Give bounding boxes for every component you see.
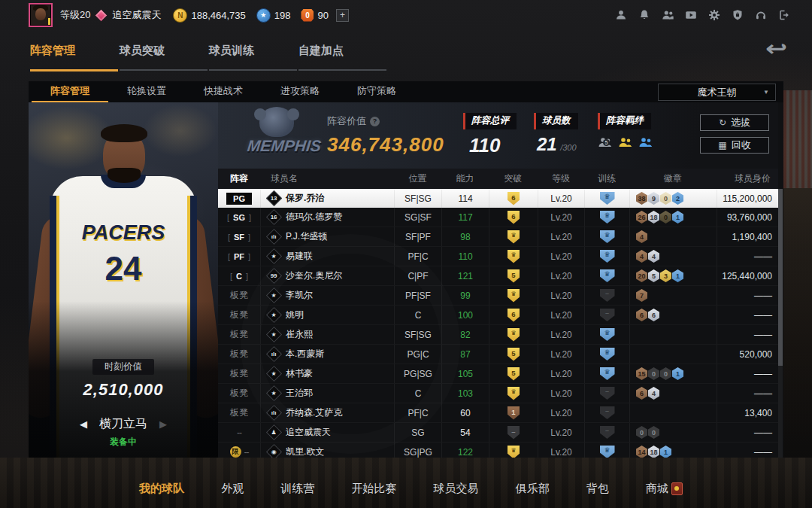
main-tab-breakthrough[interactable]: 球员突破 [120,39,208,71]
slot-label: 板凳 [230,309,248,321]
moment-name: 横刀立马 [99,416,147,432]
breakthrough-cell: 5 [489,345,538,364]
recycle-label: 回收 [732,138,751,152]
nav-start-match[interactable]: 开始比赛 [351,482,396,496]
nav-club[interactable]: 俱乐部 [516,482,550,496]
breakthrough-cell: ♛ [489,286,538,305]
roster-row[interactable]: 板凳ılı本.西蒙斯PG|C875Lv.20♛520,000 [218,345,778,364]
avatar[interactable] [30,5,51,26]
roster-row[interactable]: SG16德玛尔.德罗赞SG|SF1176Lv.20♛26180193,760,0… [218,208,778,227]
roster-row[interactable]: 限--◉凯里.欧文SG|PG122♛Lv.20♛14181—— [218,443,778,458]
level-cell: Lv.20 [538,189,584,208]
main-tab-custom-points[interactable]: 自建加点 [298,39,386,71]
roster-row[interactable]: SFılıP.J.华盛顿SF|PF98♛Lv.20♛41,190,400 [218,227,778,247]
ability-cell: 117 [441,208,489,227]
player-photo-card[interactable]: PACERS 24 时刻价值 2,510,000 ◀ 横刀立马 ▶ 装备中 [29,102,218,458]
nav-shop[interactable]: 商城 [646,482,683,496]
player-cell[interactable]: ★李凯尔 [260,286,394,305]
point-coin-icon: 0 [301,9,314,22]
player-cell[interactable]: 16德玛尔.德罗赞 [260,208,394,227]
roster-row[interactable]: 板凳★王治郅C103♛Lv.20–64—— [218,384,778,403]
roster-row[interactable]: 板凳★林书豪PG|SG1055Lv.20♛15001—— [218,364,778,384]
player-cell[interactable]: ◉凯里.欧文 [260,443,394,458]
bond-icon-yellow[interactable] [618,137,633,148]
training-badge: – [600,387,615,400]
nav-my-team[interactable]: 我的球队 [139,482,184,496]
support-icon[interactable] [754,8,768,22]
level-cell: Lv.20 [538,227,584,246]
badge-hex: 6 [648,309,659,321]
breakthrough-cell: 5 [489,364,538,383]
panel-tab-rotation[interactable]: 轮换设置 [108,81,185,102]
point-coin-amount: 90 [317,10,328,21]
roster-row[interactable]: PF★易建联PF|C110♛Lv.20♛44—— [218,247,778,266]
ability-cell: 114 [441,189,489,208]
scrollbar-thumb[interactable] [778,189,783,366]
player-username: 追空威震天 [112,8,161,22]
roster-row[interactable]: 板凳★李凯尔PF|SF99♛Lv.20–7—— [218,286,778,306]
training-cell: ♛ [584,325,629,344]
position-cell: SF|SG [394,189,441,208]
breakthrough-badge: ♛ [508,230,520,244]
player-cell[interactable]: ★姚明 [260,306,394,324]
breakthrough-cell: 6 [489,189,538,208]
video-icon[interactable] [684,8,698,22]
player-cell[interactable]: 99沙奎尔.奥尼尔 [260,266,394,285]
breakthrough-cell: 1 [489,403,538,422]
level-cell: Lv.20 [538,423,584,442]
main-tab-training[interactable]: 球员训练 [209,39,297,71]
panel-tab-lineup-management[interactable]: 阵容管理 [32,81,108,102]
jersey-number: 24 [50,250,197,287]
roster-row[interactable]: 板凳ılı乔纳森.艾萨克PF|C601Lv.20–13,400 [218,403,778,423]
friends-icon[interactable] [661,8,674,22]
value-cell: —— [717,364,778,383]
nav-bag[interactable]: 背包 [586,482,609,496]
badge-hex: 2 [672,192,683,205]
player-cell[interactable]: ılıP.J.华盛顿 [260,227,394,246]
player-cell[interactable]: ★王治郅 [260,384,394,403]
panel-tab-quick-tactics[interactable]: 快捷战术 [185,81,262,102]
panel-tab-offense-strategy[interactable]: 进攻策略 [262,81,338,102]
nav-training-camp[interactable]: 训练营 [280,482,314,496]
breakthrough-badge: 5 [508,348,520,361]
table-scrollbar[interactable] [778,189,783,458]
roster-row[interactable]: --♟追空威震天SG54–Lv.20–00—— [218,423,778,443]
logout-icon[interactable] [777,8,791,22]
roster-row[interactable]: C99沙奎尔.奥尼尔C|PF1215Lv.20♛20531125,440,000 [218,266,778,286]
next-moment-icon[interactable]: ▶ [159,418,167,430]
roster-row[interactable]: 板凳★崔永熙SF|SG82♛Lv.20♛—— [218,325,778,345]
panel-tab-defense-strategy[interactable]: 防守策略 [338,81,415,102]
player-cell[interactable]: 13保罗.乔治 [260,189,394,208]
slot-cell: -- [218,423,260,442]
player-cell[interactable]: ★崔永熙 [260,325,394,344]
notifications-icon[interactable] [638,8,651,22]
player-cell[interactable]: ★林书豪 [260,364,394,383]
roster-row[interactable]: 板凳★姚明C1006Lv.20–66—— [218,306,778,325]
player-cell[interactable]: ılı乔纳森.艾萨克 [260,403,394,422]
level-cell: Lv.20 [538,208,584,227]
recycle-button[interactable]: ▦ 回收 [700,137,769,154]
settings-icon[interactable] [707,8,721,22]
breakthrough-badge: 1 [508,406,520,420]
help-icon[interactable]: ? [370,117,380,126]
slot-label: 板凳 [230,289,248,302]
select-players-button[interactable]: ↻ 选拔 [700,114,769,131]
security-icon[interactable] [731,8,744,22]
player-cell[interactable]: ♟追空威震天 [260,423,394,442]
roster-row[interactable]: PG13保罗.乔治SF|SG1146Lv.20♛38902115,200,000 [218,189,778,208]
badge-hex: 1 [672,211,683,224]
breakthrough-cell: 5 [489,266,538,285]
player-cell[interactable]: ılı本.西蒙斯 [260,345,394,364]
back-icon[interactable]: ↩ [765,36,787,61]
team-dropdown[interactable]: 魔术王朝 ▼ [658,84,776,101]
ability-cell: 54 [441,423,489,442]
player-cell[interactable]: ★易建联 [260,247,394,266]
profile-icon[interactable] [614,8,628,22]
add-currency-button[interactable]: + [336,9,349,22]
main-tab-lineup[interactable]: 阵容管理 [30,39,118,71]
bond-icon-blue[interactable] [638,137,653,148]
nav-player-trade[interactable]: 球员交易 [434,482,479,496]
prev-moment-icon[interactable]: ◀ [80,418,87,430]
bond-icon-gray[interactable]: 5 [598,137,613,148]
nav-appearance[interactable]: 外观 [221,482,244,496]
